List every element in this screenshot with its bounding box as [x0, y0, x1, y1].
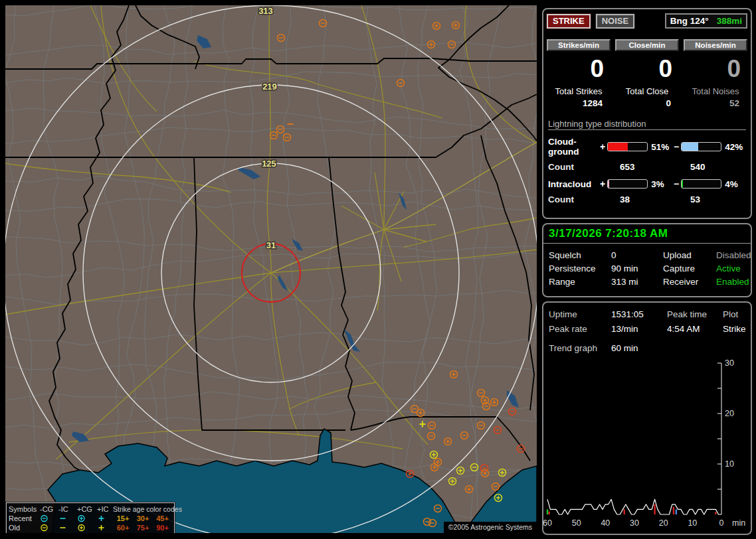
legend-col-neg-ic: -IC	[58, 505, 77, 513]
age-90: 90+	[153, 524, 172, 532]
copyright-text: ©2005 Astrogenic Systems	[444, 522, 537, 533]
receiver-label: Receiver	[663, 277, 716, 287]
cloud-ground-row: Cloud-ground + 51% − 42%	[543, 130, 751, 157]
old-neg-cg-icon	[40, 524, 58, 532]
recent-neg-cg-icon	[40, 514, 58, 522]
trend-box: Uptime 1531:05 Peak time Plot Peak rate …	[542, 301, 752, 535]
strike-mode-button[interactable]: STRIKE	[547, 14, 591, 29]
peak-rate-label: Peak rate	[549, 324, 611, 334]
total-noises-value: 52	[684, 96, 747, 108]
age-15: 15+	[113, 514, 133, 522]
svg-text:31: 31	[266, 240, 276, 250]
total-strikes-value: 1284	[547, 96, 611, 108]
ic-minus-bar	[681, 179, 721, 189]
total-close-value: 0	[615, 96, 679, 108]
minus-sign: −	[673, 141, 680, 152]
distribution-title: Lightning type distribution	[548, 119, 746, 130]
ic-plus-bar	[607, 179, 648, 189]
old-pos-cg-icon	[77, 524, 97, 532]
capture-status: Active	[716, 264, 751, 273]
legend-row-old: Old	[9, 524, 40, 532]
trend-graph-window: 60 min	[611, 343, 638, 353]
ic-plus-pct: 3%	[649, 179, 673, 189]
age-30: 30+	[133, 514, 153, 522]
trend-graph-row: Trend graph 60 min	[543, 334, 751, 353]
close-per-min-button[interactable]: Close/min	[615, 39, 679, 51]
cg-plus-count: 653	[620, 162, 690, 172]
recent-pos-cg-icon	[77, 514, 97, 522]
noise-mode-button[interactable]: NOISE	[596, 14, 634, 29]
squelch-label: Squelch	[549, 250, 611, 260]
upload-label: Upload	[663, 250, 716, 260]
svg-text:0: 0	[719, 518, 724, 528]
side-panel: STRIKE NOISE Bng 124°388mi Strikes/min 0…	[541, 0, 755, 539]
legend-col-pos-ic: +IC	[97, 505, 113, 513]
settings-grid: Squelch 0 Upload Disabled Persistence 90…	[543, 244, 751, 293]
map-canvas[interactable]: 31321912531 Symbols -CG -IC +CG +IC Stri…	[5, 5, 537, 533]
uptime-grid: Uptime 1531:05 Peak time Plot Peak rate …	[543, 303, 751, 334]
total-close-label: Total Close	[615, 85, 679, 96]
age-60: 60+	[113, 524, 133, 532]
receiver-status: Enabled	[716, 277, 751, 287]
cloud-ground-counts: Count 653 540	[543, 157, 751, 172]
recent-pos-ic-icon	[97, 514, 113, 522]
svg-text:60: 60	[543, 518, 552, 528]
cloud-ground-label: Cloud-ground	[548, 137, 599, 157]
range-value: 313 mi	[611, 277, 663, 287]
close-counter: Close/min 0 Total Close 0	[615, 39, 679, 108]
ic-minus-pct: 4%	[723, 179, 747, 189]
upload-status: Disabled	[716, 250, 751, 260]
squelch-value: 0	[611, 250, 663, 260]
persistence-value: 90 min	[611, 264, 663, 273]
legend-col-neg-cg: -CG	[40, 505, 58, 513]
strikes-per-min-button[interactable]: Strikes/min	[547, 39, 611, 51]
cg-count-label: Count	[548, 162, 620, 172]
persistence-label: Persistence	[549, 264, 611, 273]
trend-graph-chart: 1020306050403020100min	[542, 358, 749, 532]
noises-rate-value: 0	[684, 51, 747, 85]
capture-label: Capture	[663, 264, 716, 273]
peak-time-value: 4:54 AM	[667, 324, 723, 334]
intracloud-label: Intracloud	[548, 179, 599, 189]
svg-text:219: 219	[262, 82, 277, 92]
plus-sign: +	[599, 141, 606, 152]
cg-minus-bar	[681, 142, 721, 151]
plot-label: Plot	[723, 309, 746, 319]
svg-text:50: 50	[572, 518, 581, 528]
app-window: { "panel": { "strike_button": "STRIKE", …	[0, 0, 756, 539]
svg-text:20: 20	[725, 409, 734, 418]
svg-text:30: 30	[725, 358, 734, 368]
datetime-display: 3/17/2026 7:20:18 AM	[543, 224, 751, 244]
ic-plus-count: 38	[620, 194, 690, 204]
intracloud-row: Intracloud + 3% − 4%	[543, 172, 751, 189]
svg-text:20: 20	[659, 518, 668, 528]
age-75: 75+	[133, 524, 153, 532]
svg-text:30: 30	[630, 518, 639, 528]
close-rate-value: 0	[615, 51, 679, 85]
svg-text:125: 125	[262, 159, 276, 169]
uptime-value: 1531:05	[611, 309, 667, 319]
bearing-badge: Bng 124°388mi	[665, 13, 747, 29]
plus-sign: +	[599, 179, 606, 189]
statistics-box: STRIKE NOISE Bng 124°388mi Strikes/min 0…	[542, 8, 752, 219]
ic-minus-count: 53	[690, 194, 700, 204]
total-strikes-label: Total Strikes	[547, 85, 611, 96]
bearing-distance: 388mi	[717, 16, 742, 26]
svg-text:10: 10	[688, 518, 697, 528]
cg-minus-pct: 42%	[723, 142, 747, 152]
total-noises-label: Total Noises	[684, 85, 747, 96]
plot-value: Strike	[723, 324, 746, 334]
uptime-label: Uptime	[549, 309, 611, 319]
noises-counter: Noises/min 0 Total Noises 52	[684, 39, 747, 108]
noises-per-min-button[interactable]: Noises/min	[684, 39, 747, 51]
cg-minus-count: 540	[690, 162, 706, 172]
map-legend: Symbols -CG -IC +CG +IC Strike age color…	[6, 502, 175, 533]
status-box: 3/17/2026 7:20:18 AM Squelch 0 Upload Di…	[542, 223, 752, 297]
peak-time-label: Peak time	[667, 309, 723, 319]
legend-symbols-header: Symbols	[9, 505, 40, 513]
legend-row-recent: Recent	[9, 514, 40, 522]
strikes-counter: Strikes/min 0 Total Strikes 1284	[547, 39, 611, 108]
old-pos-ic-icon	[97, 524, 113, 532]
bearing-label: Bng 124°	[670, 16, 709, 26]
ic-count-label: Count	[548, 194, 620, 204]
